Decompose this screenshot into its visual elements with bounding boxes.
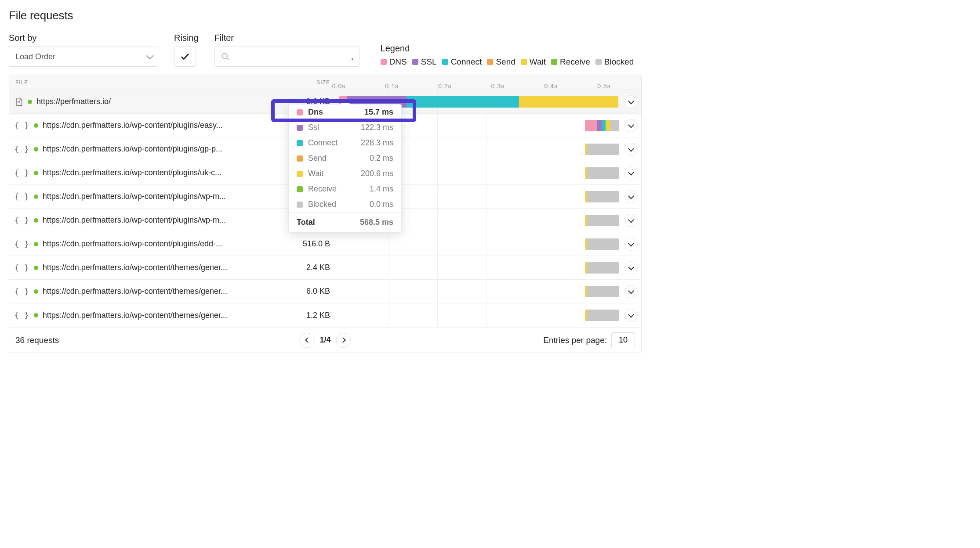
filter-input[interactable] <box>233 53 353 61</box>
expand-button[interactable] <box>624 238 638 251</box>
bar-segment <box>587 286 619 297</box>
bar-segment <box>610 120 619 131</box>
filter-field[interactable]: .* <box>214 47 359 67</box>
tooltip-row: Send 0.2 ms <box>289 151 401 166</box>
tooltip-value: 1.4 ms <box>370 184 393 194</box>
css-file-icon: { } <box>15 311 29 320</box>
waterfall-bar[interactable] <box>585 167 619 179</box>
file-url: https://cdn.perfmatters.io/wp-content/th… <box>43 287 227 296</box>
css-file-icon: { } <box>15 169 29 177</box>
file-url: https://cdn.perfmatters.io/wp-content/pl… <box>43 121 223 130</box>
expand-button[interactable] <box>624 143 638 156</box>
expand-button[interactable] <box>624 309 638 322</box>
timeline-area <box>339 280 619 303</box>
file-size: 1.2 KB <box>238 311 339 320</box>
waterfall-bar[interactable] <box>585 286 619 297</box>
expand-button[interactable] <box>624 261 638 274</box>
waterfall-bar[interactable] <box>585 191 619 202</box>
waterfall-bar[interactable] <box>585 144 619 155</box>
file-size: 6.0 KB <box>238 287 339 296</box>
file-url: https://cdn.perfmatters.io/wp-content/pl… <box>43 239 222 249</box>
table-row[interactable]: { } https://cdn.perfmatters.io/wp-conten… <box>9 232 641 256</box>
tooltip-label: Send <box>308 154 364 163</box>
chevron-down-icon <box>628 122 634 128</box>
next-page-button[interactable] <box>336 333 351 348</box>
chevron-right-icon <box>340 337 346 343</box>
table-row[interactable]: { } https://cdn.perfmatters.io/wp-conten… <box>9 280 641 303</box>
bar-segment <box>407 96 519 108</box>
prev-page-button[interactable] <box>299 333 314 348</box>
sort-select[interactable]: Load Order <box>9 47 158 67</box>
bar-segment <box>602 120 606 131</box>
waterfall-bar[interactable] <box>585 310 619 321</box>
entries-input[interactable] <box>611 332 635 348</box>
tick-label: 0.5s <box>597 83 610 90</box>
css-file-icon: { } <box>15 240 29 249</box>
status-dot-icon <box>34 313 38 317</box>
tick-label: 0.2s <box>438 83 451 90</box>
legend-item: Blocked <box>595 57 634 67</box>
file-url: https://cdn.perfmatters.io/wp-content/pl… <box>43 168 221 177</box>
swatch-icon <box>297 186 303 192</box>
file-url: https://cdn.perfmatters.io/wp-content/pl… <box>43 144 222 154</box>
file-url: https://perfmatters.io/ <box>36 97 111 106</box>
legend-text: Wait <box>530 57 546 67</box>
file-requests-table: FILE SIZE 0.0s0.1s0.2s0.3s0.4s0.5s https… <box>9 75 642 353</box>
timeline-area <box>339 256 619 279</box>
legend-text: SSL <box>421 57 437 67</box>
swatch-icon <box>442 59 448 65</box>
svg-point-0 <box>222 54 227 59</box>
waterfall-bar[interactable] <box>585 215 619 226</box>
legend-item: Receive <box>551 57 590 67</box>
legend-label: Legend <box>381 43 634 54</box>
bar-segment <box>587 167 619 179</box>
waterfall-bar[interactable] <box>585 238 619 250</box>
legend-text: Receive <box>560 57 590 67</box>
status-dot-icon <box>34 242 38 246</box>
tick-label: 0.4s <box>544 83 558 90</box>
bar-segment <box>587 238 619 250</box>
svg-line-1 <box>226 58 229 60</box>
tooltip-value: 228.3 ms <box>361 138 393 148</box>
sort-label: Sort by <box>9 33 158 43</box>
chevron-down-icon <box>628 193 634 199</box>
css-file-icon: { } <box>15 192 29 201</box>
legend-item: Connect <box>442 57 482 67</box>
swatch-icon <box>521 59 527 65</box>
tooltip-label: Wait <box>308 169 356 178</box>
check-icon <box>180 52 190 61</box>
search-icon <box>221 52 230 61</box>
legend-item: DNS <box>381 57 407 67</box>
filter-label: Filter <box>214 33 359 43</box>
expand-button[interactable] <box>624 119 638 132</box>
table-row[interactable]: { } https://cdn.perfmatters.io/wp-conten… <box>9 303 641 327</box>
tick-label: 0.3s <box>491 83 505 90</box>
legend-text: DNS <box>389 57 407 67</box>
css-file-icon: { } <box>15 145 29 154</box>
expand-button[interactable] <box>624 214 638 227</box>
status-dot-icon <box>34 266 38 270</box>
expand-button[interactable] <box>624 190 638 203</box>
tooltip-row: Blocked 0.0 ms <box>289 197 401 212</box>
status-dot-icon <box>34 147 38 151</box>
rising-toggle[interactable] <box>174 47 196 67</box>
legend-text: Connect <box>451 57 482 67</box>
tooltip-label: Connect <box>308 138 356 148</box>
chevron-down-icon <box>628 98 634 104</box>
waterfall-bar[interactable] <box>585 120 619 131</box>
expand-button[interactable] <box>624 285 638 298</box>
table-row[interactable]: { } https://cdn.perfmatters.io/wp-conten… <box>9 256 641 280</box>
expand-button[interactable] <box>624 166 638 180</box>
file-url: https://cdn.perfmatters.io/wp-content/th… <box>43 263 227 272</box>
waterfall-bar[interactable] <box>585 262 619 274</box>
bar-segment <box>587 144 619 155</box>
legend-items: DNSSSLConnectSendWaitReceiveBlocked <box>381 57 634 67</box>
expand-button[interactable] <box>624 95 638 108</box>
swatch-icon <box>595 59 602 65</box>
request-count: 36 requests <box>15 335 59 345</box>
file-size: 2.4 KB <box>238 263 339 272</box>
swatch-icon <box>297 125 303 131</box>
status-dot-icon <box>34 171 38 175</box>
table-header: FILE SIZE 0.0s0.1s0.2s0.3s0.4s0.5s <box>9 75 641 90</box>
swatch-icon <box>297 109 303 115</box>
